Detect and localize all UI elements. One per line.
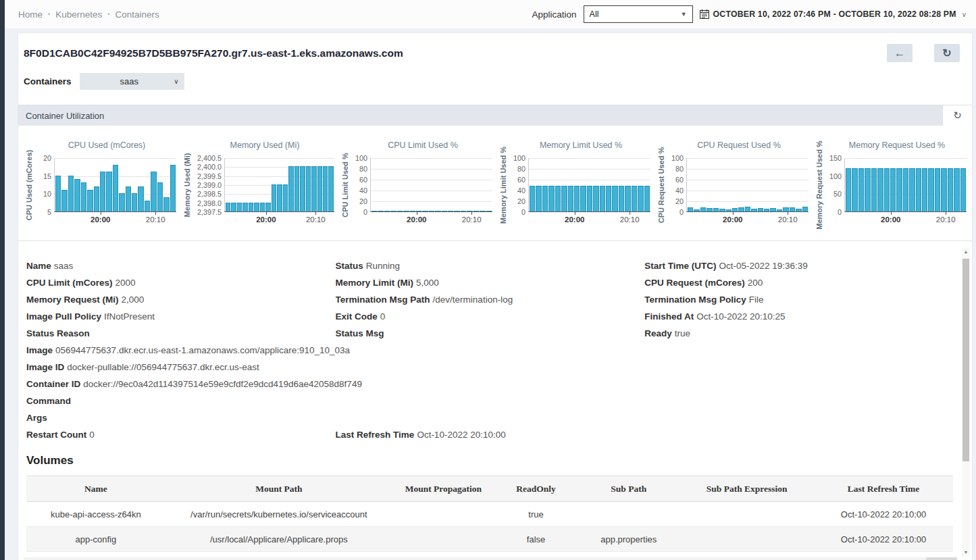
x-tick-label: 20:10 (936, 215, 956, 224)
chart-y-axis-label: CPU Used (mCores) (24, 158, 34, 212)
chart-memory-request-used-: Memory Request Used %Memory Request Used… (814, 141, 967, 226)
chart-plot-area (686, 158, 808, 212)
chart-bar (384, 211, 390, 212)
detail-label: Last Refresh Time (336, 430, 415, 440)
refresh-button[interactable]: ↻ (934, 44, 960, 62)
chevron-down-icon: ∨ (174, 78, 178, 85)
detail-value: IfNotPresent (104, 311, 155, 322)
container-detail-card: 8F0D1CAB0C42F94925B7D5BB975FA270.gr7.us-… (18, 32, 973, 560)
chart-bar (74, 179, 80, 211)
detail-value: File (749, 295, 764, 305)
chart-bar (916, 168, 921, 211)
detail-label: Status Msg (336, 328, 384, 338)
detail-row: Container IDdocker://9ec0a42d114397514e5… (26, 376, 952, 392)
chart-y-ticks: 020406080100 (350, 158, 370, 212)
detail-value: saas (54, 261, 74, 271)
chart-memory-limit-used-: Memory Limit Used %Memory Limit Used %02… (498, 141, 650, 226)
chart-y-ticks: 050100150 (824, 158, 844, 212)
horizontal-scrollbar[interactable] (24, 557, 957, 560)
detail-field: Termination Msg PolicyFile (644, 291, 952, 308)
breadcrumb-item-containers[interactable]: Containers (115, 9, 159, 20)
chart-bar (619, 186, 624, 211)
detail-field: Exit Code0 (336, 308, 645, 325)
chart-bar (783, 207, 788, 211)
detail-field: Start Time (UTC)Oct-05-2022 19:36:39 (644, 257, 952, 274)
breadcrumb-item-kubernetes[interactable]: Kubernetes (55, 9, 102, 20)
back-button[interactable]: ← (887, 44, 913, 62)
containers-select-value: saas (85, 76, 174, 86)
chart-bar (745, 207, 750, 211)
chart-bar (231, 203, 236, 211)
chart-bar (713, 208, 719, 211)
table-cell (679, 502, 814, 527)
volumes-column-header: Sub Path Expression (679, 476, 814, 502)
chart-bar (846, 168, 851, 211)
table-cell: Oct-10-2022 20:10:00 (814, 527, 953, 552)
volumes-column-header: Mount Propagation (392, 476, 494, 502)
panel-refresh-button[interactable]: ↻ (942, 105, 972, 126)
breadcrumb-separator: • (48, 11, 50, 18)
refresh-icon: ↻ (942, 47, 951, 59)
detail-label: Status Reason (26, 328, 90, 338)
table-row: kube-api-access-z64kn/var/run/secrets/ku… (26, 502, 953, 527)
chart-x-axis: 20:0020:10 (54, 212, 176, 226)
chart-title: CPU Limit Used % (340, 141, 492, 154)
chart-bar (858, 168, 864, 211)
detail-row: CPU Limit (mCores)2000Memory Limit (Mi)5… (26, 274, 952, 291)
card-header: 8F0D1CAB0C42F94925B7D5BB975FA270.gr7.us-… (18, 33, 972, 62)
chart-bar (890, 168, 896, 211)
detail-label: Image ID (26, 362, 64, 372)
chart-bar (422, 211, 428, 212)
x-tick-label: 20:00 (407, 215, 426, 224)
chart-bar (151, 172, 156, 211)
scroll-up-icon[interactable]: ▲ (962, 248, 970, 256)
detail-row: Restart Count0Last Refresh TimeOct-10-20… (26, 426, 952, 443)
chart-bar (68, 176, 74, 211)
detail-row: NamesaasStatusRunningStart Time (UTC)Oct… (26, 257, 952, 274)
chart-bar (587, 186, 592, 211)
table-cell: /usr/local/Applicare/Applicare.props (165, 527, 392, 552)
date-range-text: OCTOBER 10, 2022 07:46 PM - OCTOBER 10, … (713, 9, 956, 19)
vertical-scrollbar[interactable]: ▲ ▼ (962, 248, 970, 557)
application-select[interactable]: All ▼ (584, 5, 693, 23)
application-select-value: All (590, 9, 599, 19)
chart-bar (410, 211, 415, 212)
x-tick-label: 20:10 (306, 215, 326, 224)
chart-y-axis-label: CPU Request Used % (656, 158, 666, 212)
chart-plot-area (844, 158, 967, 212)
chart-bar (935, 168, 940, 211)
chart-bar (960, 168, 966, 211)
back-arrow-icon: ← (894, 47, 905, 59)
containers-row: Containers saas ∨ (24, 73, 972, 90)
x-tick-label: 20:10 (462, 215, 482, 224)
chart-bar (145, 201, 150, 211)
containers-select[interactable]: saas ∨ (80, 73, 184, 90)
chart-bar (237, 203, 242, 211)
chart-bars (688, 158, 808, 211)
table-cell (679, 527, 814, 552)
table-cell: false (494, 527, 577, 552)
detail-row: Command (26, 392, 952, 409)
scrollbar-thumb[interactable] (962, 259, 969, 461)
table-cell (392, 527, 494, 552)
table-cell: true (494, 502, 577, 527)
chart-bar (574, 186, 580, 211)
scroll-down-icon[interactable]: ▼ (962, 549, 970, 557)
chart-bar (751, 209, 756, 211)
chart-bar (249, 203, 253, 211)
volumes-column-header: Name (26, 476, 165, 502)
detail-value: 2,000 (122, 295, 145, 305)
chart-plot-area (528, 158, 650, 212)
table-cell: /var/run/secrets/kubernetes.io/serviceac… (165, 502, 392, 527)
chart-bar (732, 208, 738, 211)
chart-bar (163, 197, 169, 211)
chart-bar (106, 172, 111, 211)
detail-row: Image056944775637.dkr.ecr.us-east-1.amaz… (26, 342, 952, 359)
detail-value: 0 (89, 430, 95, 440)
date-range-picker[interactable]: OCTOBER 10, 2022 07:46 PM - OCTOBER 10, … (700, 9, 967, 19)
detail-value: /dev/termination-log (433, 295, 513, 305)
volumes-column-header: Mount Path (165, 476, 392, 502)
breadcrumb-item-home[interactable]: Home (18, 9, 43, 20)
detail-label: Exit Code (336, 311, 378, 322)
chart-bars (371, 158, 492, 211)
